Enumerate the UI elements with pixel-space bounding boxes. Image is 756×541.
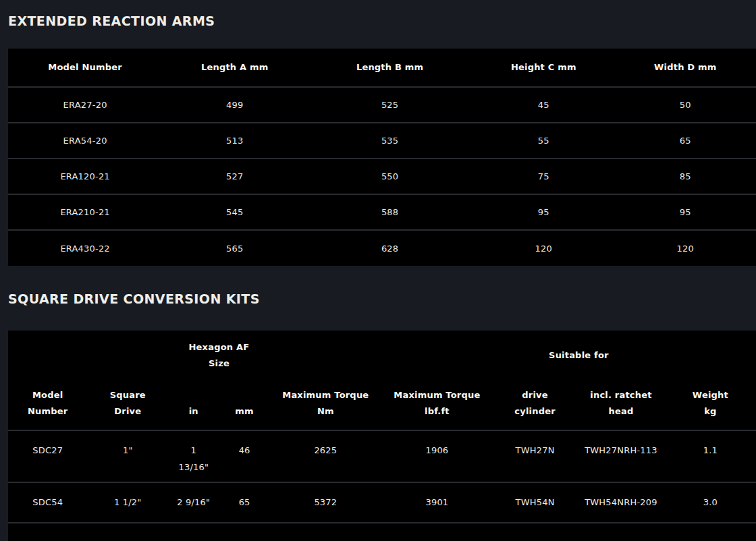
table-cell: 535 [307,123,473,159]
square-drive-conversion-kits-table: Hexagon AF Size Suitable for Model Numbe… [8,331,756,541]
table-cell: 85 [615,159,756,194]
section-title-extended-reaction-arms: EXTENDED REACTION ARMS [8,13,756,28]
table-cell: 120 [615,230,756,266]
column-header-hex-mm: mm [219,380,269,430]
table-cell: TWH54N [493,482,577,523]
table-cell: 2625 [270,430,381,482]
page: EXTENDED REACTION ARMS Model Number Leng… [0,13,756,541]
table-row: ERA210-21 545 588 95 95 [8,194,756,230]
table-cell: 45 [473,87,615,123]
table-cell: 2 9/16" [168,482,219,523]
table-cell: 1 13/16" [168,430,219,482]
column-header-width-d: Width D mm [615,49,756,87]
table-cell: 3901 [381,482,493,523]
table-row: ERA27-20 499 525 45 50 [8,87,756,123]
hex-size-in-value: 2 9/16" [177,494,210,511]
table-cell: 525 [307,87,473,123]
table-cell: 513 [162,123,307,159]
table-cell: 3.0 [665,482,756,523]
table-cell: 46 [219,430,269,482]
table-group-header-row: Hexagon AF Size Suitable for [8,331,756,380]
section-title-square-drive-conversion-kits: SQUARE DRIVE CONVERSION KITS [8,291,756,306]
table-cell: 55 [473,123,615,159]
table-cell: ERA120-21 [8,159,162,194]
extended-reaction-arms-table: Model Number Length A mm Length B mm Hei… [8,49,756,266]
table-cell: ERA430-22 [8,230,162,266]
table-cell: 565 [162,230,307,266]
column-header-drive-cylinder: drive cylinder [493,380,577,430]
table-row: ERA430-22 565 628 120 120 [8,230,756,266]
table-row: ERA54-20 513 535 55 65 [8,123,756,159]
group-header-spacer [665,331,756,380]
table-row: SDC54 1 1/2" 2 9/16" 65 5372 3901 TWH54N… [8,482,756,523]
table-cell: SDC54 [8,482,87,523]
table-cell: ERA54-20 [8,123,162,159]
table-header-row: Model Number Length A mm Length B mm Hei… [8,49,756,87]
table-cell: TWH27NRH-113 [577,430,665,482]
table-cell: 65 [219,482,269,523]
table-cell: 1" [87,430,168,482]
table-cell: 120 [473,230,615,266]
column-header-model-number: Model Number [8,380,87,430]
table-cell: TWH27N [493,430,577,482]
group-header-spacer [8,331,168,380]
column-header-incl-ratchet-head: incl. ratchet head [577,380,665,430]
table-cell: 550 [307,159,473,194]
group-header-suitable-for: Suitable for [493,331,665,380]
column-header-max-torque-nm: Maximum Torque Nm [270,380,381,430]
table-cell: 499 [162,87,307,123]
table-cell: 95 [473,194,615,230]
table-cell: 545 [162,194,307,230]
table-cell: 5372 [270,482,381,523]
table-row: ERA120-21 527 550 75 85 [8,159,756,194]
table-cell: 75 [473,159,615,194]
group-header-hexagon-af-size: Hexagon AF Size [168,331,270,380]
table-cell: 95 [615,194,756,230]
table-row-clipped [8,523,756,541]
table-cell: 588 [307,194,473,230]
table-cell: TWH54NRH-209 [577,482,665,523]
column-header-length-a: Length A mm [162,49,307,87]
column-header-weight-kg: Weight kg [665,380,756,430]
column-header-model-number: Model Number [8,49,162,87]
table-cell: SDC27 [8,430,87,482]
table-cell: ERA27-20 [8,87,162,123]
table-cell: 65 [615,123,756,159]
table-cell: ERA210-21 [8,194,162,230]
table-cell-empty [8,523,756,541]
column-header-height-c: Height C mm [473,49,615,87]
table-cell: 628 [307,230,473,266]
table-row: SDC27 1" 1 13/16" 46 2625 1906 TWH27N TW… [8,430,756,482]
table-cell: 1.1 [665,430,756,482]
table-cell: 50 [615,87,756,123]
column-header-length-b: Length B mm [307,49,473,87]
table-header-row: Model Number Square Drive in mm Maximum … [8,380,756,430]
table-cell: 527 [162,159,307,194]
column-header-max-torque-lbfft: Maximum Torque lbf.ft [381,380,493,430]
column-header-square-drive: Square Drive [87,380,168,430]
column-header-hex-in: in [168,380,219,430]
table-cell: 1906 [381,430,493,482]
hex-size-in-value: 1 13/16" [177,442,211,476]
table-cell: 1 1/2" [87,482,168,523]
group-header-spacer [270,331,493,380]
